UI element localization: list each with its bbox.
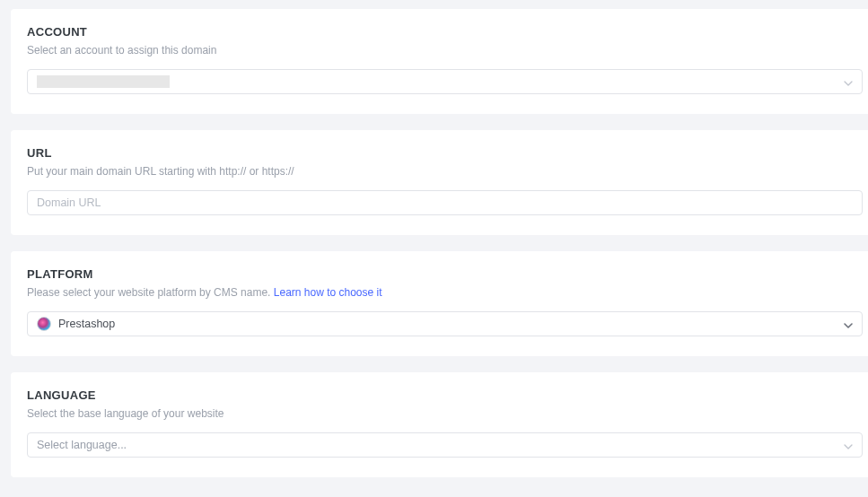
prestashop-icon xyxy=(37,317,51,331)
platform-desc-text: Please select your website platform by C… xyxy=(27,286,274,299)
platform-description: Please select your website platform by C… xyxy=(27,286,863,299)
platform-section: PLATFORM Please select your website plat… xyxy=(11,251,868,356)
language-title: LANGUAGE xyxy=(27,388,863,402)
chevron-down-icon xyxy=(844,74,853,90)
chevron-down-icon xyxy=(844,316,853,332)
url-section: URL Put your main domain URL starting wi… xyxy=(11,130,868,235)
account-description: Select an account to assign this domain xyxy=(27,44,863,57)
language-description: Select the base language of your website xyxy=(27,407,863,420)
platform-selected-value: Prestashop xyxy=(58,318,115,330)
account-select[interactable] xyxy=(27,69,863,94)
url-description: Put your main domain URL starting with h… xyxy=(27,165,863,178)
account-title: ACCOUNT xyxy=(27,25,863,39)
language-section: LANGUAGE Select the base language of you… xyxy=(11,372,868,477)
account-selected-redacted xyxy=(37,75,170,88)
platform-title: PLATFORM xyxy=(27,267,863,281)
account-section: ACCOUNT Select an account to assign this… xyxy=(11,9,868,114)
domain-url-input[interactable] xyxy=(27,190,863,215)
chevron-down-icon xyxy=(844,437,853,453)
url-title: URL xyxy=(27,146,863,160)
language-select[interactable]: Select language... xyxy=(27,432,863,458)
platform-select[interactable]: Prestashop xyxy=(27,311,863,336)
platform-learn-link[interactable]: Learn how to choose it xyxy=(274,286,382,299)
language-placeholder: Select language... xyxy=(37,439,127,451)
